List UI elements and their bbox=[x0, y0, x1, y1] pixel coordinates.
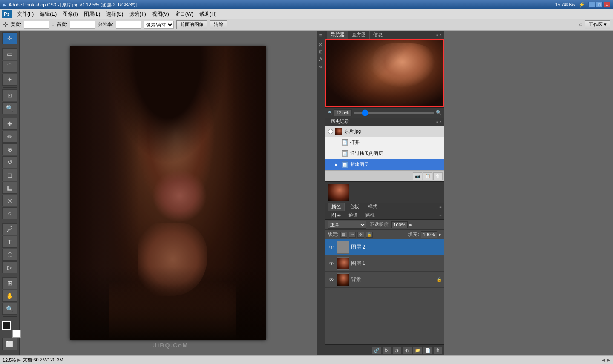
blend-mode-select[interactable]: 正常 溶解 正片叠底 bbox=[328, 221, 366, 229]
tab-histogram[interactable]: 直方图 bbox=[348, 31, 370, 39]
healing-brush-tool[interactable]: ✚ bbox=[2, 118, 17, 130]
unit-select[interactable]: 像素/英寸 像素/厘米 bbox=[144, 21, 174, 29]
tab-info[interactable]: 信息 bbox=[370, 31, 386, 39]
clear-button[interactable]: 清除 bbox=[210, 20, 227, 29]
menu-layer[interactable]: 图层(L) bbox=[81, 10, 103, 19]
delete-layer-btn[interactable]: 🗑 bbox=[433, 347, 443, 354]
maximize-button[interactable]: □ bbox=[596, 2, 603, 8]
statusbar: 12.5% ▶ 文档:60.2M/120.3M ◀ ▶ bbox=[0, 355, 613, 364]
background-color-swatch[interactable] bbox=[12, 330, 21, 338]
width-input[interactable] bbox=[24, 21, 49, 29]
zoom-slider[interactable] bbox=[354, 112, 434, 114]
tab-layers[interactable]: 图层 bbox=[328, 211, 344, 219]
tab-colors[interactable]: 颜色 bbox=[328, 203, 345, 211]
eraser-tool[interactable]: ◻ bbox=[2, 169, 17, 181]
tab-swatches[interactable]: 色板 bbox=[346, 203, 363, 211]
new-adjustment-btn[interactable]: ◐ bbox=[403, 347, 412, 354]
brush-tool[interactable]: ✏ bbox=[2, 131, 17, 143]
layer-item-1[interactable]: 👁 图层 1 bbox=[325, 255, 444, 272]
foreground-color-swatch[interactable] bbox=[2, 321, 11, 330]
panel-icon-3[interactable]: ⊞ bbox=[317, 48, 324, 55]
lock-transparent-btn[interactable]: ▦ bbox=[340, 232, 347, 238]
crop-tool[interactable]: ⊡ bbox=[2, 89, 17, 101]
history-brush-tool[interactable]: ↺ bbox=[2, 156, 17, 168]
screen-mode-btn[interactable]: ⬜ bbox=[2, 338, 17, 350]
lasso-tool[interactable]: ⌒ bbox=[2, 61, 17, 73]
eyedropper-tool[interactable]: 🔍 bbox=[2, 102, 17, 114]
close-button[interactable]: × bbox=[604, 2, 610, 8]
status-arrow-right[interactable]: ▶ bbox=[607, 358, 610, 362]
tab-channels[interactable]: 通道 bbox=[345, 211, 361, 219]
3d-tool[interactable]: ⊞ bbox=[2, 277, 17, 289]
menu-view[interactable]: 视图(V) bbox=[150, 10, 172, 19]
panel-icon-2[interactable]: ⚒ bbox=[317, 43, 324, 47]
magic-wand-tool[interactable]: ✦ bbox=[2, 74, 17, 86]
layer-eye-2[interactable]: 👁 bbox=[328, 244, 335, 251]
tab-styles[interactable]: 样式 bbox=[365, 203, 381, 211]
menu-select[interactable]: 选择(S) bbox=[104, 10, 126, 19]
layer-item-2[interactable]: 👁 图层 2 bbox=[325, 239, 444, 255]
panel-icon-5[interactable]: ✎ bbox=[317, 63, 324, 70]
history-new-snapshot-btn[interactable]: 📷 bbox=[413, 172, 422, 180]
minimize-button[interactable]: — bbox=[588, 2, 595, 8]
menu-edit[interactable]: 编辑(E) bbox=[37, 10, 59, 19]
tab-paths[interactable]: 路径 bbox=[362, 211, 378, 219]
front-image-button[interactable]: 前面的图像 bbox=[176, 20, 207, 29]
menu-help[interactable]: 帮助(H) bbox=[197, 10, 219, 19]
history-source-thumb-img bbox=[335, 128, 342, 135]
workspace-button[interactable]: 工作区 ▾ bbox=[585, 20, 610, 29]
menu-image[interactable]: 图像(I) bbox=[60, 10, 80, 19]
clone-stamp-tool[interactable]: ⊕ bbox=[2, 143, 17, 155]
layer-eye-bg[interactable]: 👁 bbox=[328, 276, 335, 283]
opacity-arrow[interactable]: ▶ bbox=[409, 223, 412, 227]
shape-tool[interactable]: ⬡ bbox=[2, 249, 17, 261]
link-layers-btn[interactable]: 🔗 bbox=[372, 347, 381, 354]
layer-mask-btn[interactable]: ◑ bbox=[392, 347, 402, 354]
new-layer-btn[interactable]: 📄 bbox=[423, 347, 432, 354]
zoom-tool[interactable]: 🔍 bbox=[2, 303, 17, 315]
zoom-value-input[interactable] bbox=[334, 109, 352, 116]
path-selection-tool[interactable]: ▷ bbox=[2, 261, 17, 273]
titlebar: ▶ Adobe Photoshop CS3 - [原片.jpg @ 12.5% … bbox=[0, 0, 613, 9]
history-label-new: 新建图层 bbox=[350, 161, 369, 168]
tab-navigator[interactable]: 导航器 bbox=[327, 31, 348, 39]
text-tool[interactable]: T bbox=[2, 236, 17, 248]
history-delete-btn[interactable]: 🗑 bbox=[433, 172, 443, 180]
fill-input[interactable] bbox=[421, 231, 437, 238]
lock-image-btn[interactable]: ✏ bbox=[349, 232, 356, 238]
layer-item-bg[interactable]: 👁 背景 🔒 bbox=[325, 272, 444, 288]
menu-window[interactable]: 窗口(W) bbox=[173, 10, 196, 19]
new-group-btn[interactable]: 📁 bbox=[413, 347, 422, 354]
history-item-copy-layer[interactable]: 📄 通过拷贝的图层 bbox=[325, 148, 444, 159]
lock-all-btn[interactable]: 🔒 bbox=[366, 232, 373, 238]
layer-styles-btn[interactable]: fx bbox=[382, 347, 391, 354]
marquee-tool[interactable]: ▭ bbox=[2, 48, 17, 60]
history-new-document-btn[interactable]: 📋 bbox=[423, 172, 432, 180]
panel-icon-4[interactable]: A bbox=[317, 56, 324, 63]
dodge-tool[interactable]: ○ bbox=[2, 207, 17, 219]
colors-menu-icon[interactable]: ≡ bbox=[439, 205, 441, 209]
move-tool[interactable]: ✛ bbox=[2, 32, 17, 44]
layer-eye-1[interactable]: 👁 bbox=[328, 260, 335, 267]
history-item-new-layer[interactable]: ▶ 📄 新建图层 bbox=[325, 159, 444, 170]
opacity-input[interactable] bbox=[391, 221, 408, 228]
menu-file[interactable]: 文件(F) bbox=[14, 10, 36, 19]
fill-arrow[interactable]: ▶ bbox=[439, 232, 442, 237]
gradient-tool[interactable]: ▦ bbox=[2, 182, 17, 194]
navigator-close[interactable]: × bbox=[439, 33, 441, 37]
blur-tool[interactable]: ◎ bbox=[2, 195, 17, 206]
navigator-menu-icon[interactable]: ≡ bbox=[436, 33, 438, 37]
pen-tool[interactable]: 🖊 bbox=[2, 223, 17, 235]
height-input[interactable] bbox=[70, 21, 95, 29]
menu-filter[interactable]: 滤镜(T) bbox=[127, 10, 148, 19]
layer-name-bg: 背景 bbox=[351, 276, 435, 283]
resolution-input[interactable] bbox=[116, 21, 141, 29]
history-item-open[interactable]: 📄 打开 bbox=[325, 137, 444, 148]
history-menu-icon[interactable]: ≡ bbox=[436, 120, 438, 124]
lock-position-btn[interactable]: ✛ bbox=[357, 232, 364, 238]
hand-tool[interactable]: ✋ bbox=[2, 290, 17, 302]
panel-icon-1[interactable]: ≡ bbox=[317, 32, 324, 39]
status-arrow-left[interactable]: ◀ bbox=[602, 358, 605, 362]
layers-menu-icon[interactable]: ≡ bbox=[439, 213, 441, 218]
history-close[interactable]: × bbox=[439, 120, 441, 124]
